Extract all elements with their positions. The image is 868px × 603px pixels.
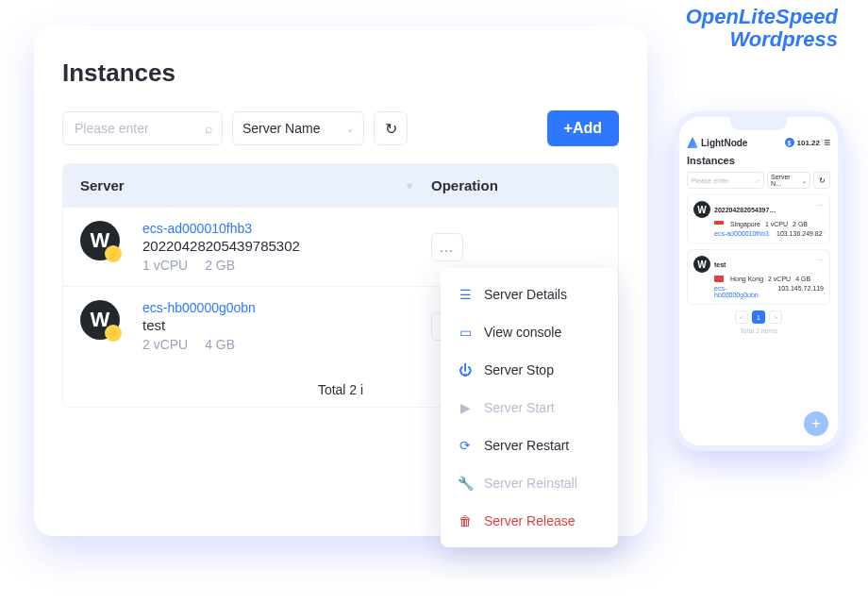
select-label: Server Name	[242, 121, 320, 136]
col-operation-label: Operation	[431, 177, 601, 193]
phone-region: Singapore	[730, 221, 760, 227]
server-name-select[interactable]: Server Name ⌄	[232, 111, 364, 145]
watermark-line1: OpenLiteSpeed	[686, 6, 838, 28]
hamburger-icon[interactable]: ≡	[824, 136, 830, 149]
chevron-right-icon: ›	[823, 290, 826, 298]
search-icon: ⌕	[756, 177, 760, 184]
phone-page-next[interactable]: >	[769, 310, 782, 324]
bolt-icon: ⚡	[105, 325, 122, 342]
operation-dropdown: ☰ Server Details ▭ View console ⏻ Server…	[441, 268, 618, 547]
phone-cpu: 2 vCPU	[768, 276, 791, 282]
phone-refresh-button[interactable]: ↻	[813, 172, 830, 189]
row-more-button[interactable]: …	[431, 233, 463, 261]
trash-icon: 🗑	[456, 511, 475, 530]
phone-page-title: Instances	[687, 155, 830, 166]
flag-icon	[714, 221, 724, 227]
refresh-button[interactable]: ↻	[374, 111, 408, 145]
filter-icon[interactable]: ▾	[407, 179, 412, 193]
console-icon: ▭	[456, 323, 475, 342]
phone-mem: 2 GB	[793, 221, 808, 227]
phone-cpu: 1 vCPU	[765, 221, 788, 227]
menu-view-console[interactable]: ▭ View console	[441, 313, 618, 351]
search-input-wrapper[interactable]: ⌕	[62, 111, 223, 145]
wordpress-icon: W	[693, 201, 710, 218]
play-icon: ▶	[456, 398, 475, 417]
search-icon: ⌕	[205, 121, 212, 136]
phone-instance-card[interactable]: W test ⋯ Hong Kong 2 vCPU 4 GB ecs-hb000…	[687, 249, 830, 305]
menu-server-details[interactable]: ☰ Server Details	[441, 276, 618, 313]
phone-ip: 103.136.249.82	[776, 230, 823, 237]
wordpress-icon: W⚡	[80, 221, 120, 260]
phone-server-link[interactable]: ecs-hb00000g0obn	[714, 285, 770, 298]
server-name: 20220428205439785302	[142, 238, 300, 254]
server-mem: 4 GB	[205, 337, 235, 352]
menu-server-release[interactable]: 🗑 Server Release	[441, 502, 618, 540]
phone-page-prev[interactable]: <	[735, 310, 748, 324]
wordpress-icon: W	[693, 256, 710, 273]
flag-icon	[714, 276, 724, 282]
server-spec: 1 vCPU 2 GB	[142, 258, 300, 273]
restart-icon: ⟳	[456, 436, 475, 455]
phone-card-name: test	[714, 261, 726, 268]
server-name: test	[142, 317, 256, 333]
power-icon: ⏻	[456, 360, 475, 379]
table-header: Server ▾ Operation	[63, 164, 618, 207]
phone-balance[interactable]: $ 101.22	[785, 138, 820, 147]
toolbar: ⌕ Server Name ⌄ ↻ +Add	[62, 110, 619, 146]
menu-server-stop[interactable]: ⏻ Server Stop	[441, 351, 618, 389]
phone-notch	[730, 117, 787, 130]
phone-select[interactable]: Server N… ⌄	[767, 172, 810, 189]
logo-mark-icon	[687, 137, 698, 148]
wrench-icon: 🔧	[456, 474, 475, 493]
phone-pagination: < 1 >	[687, 310, 830, 324]
chevron-down-icon: ⌄	[346, 124, 354, 134]
chevron-right-icon: ›	[823, 228, 826, 237]
chevron-down-icon: ⌄	[802, 177, 807, 184]
phone-logo: LightNode	[687, 137, 747, 148]
phone-search-input[interactable]: Please enter ⌕	[687, 172, 764, 189]
server-link[interactable]: ecs-ad000010fhb3	[142, 221, 300, 236]
server-spec: 2 vCPU 4 GB	[142, 337, 256, 352]
bolt-icon: ⚡	[105, 245, 122, 262]
phone-ip: 103.145.72.119	[777, 285, 824, 298]
wordpress-icon: W⚡	[80, 300, 120, 340]
coin-icon: $	[785, 138, 794, 147]
server-mem: 2 GB	[205, 258, 235, 273]
menu-server-reinstall: 🔧 Server Reinstall	[441, 464, 618, 502]
phone-card-more[interactable]: ⋯	[816, 201, 824, 209]
phone-instance-card[interactable]: W 202204282054397… ⋯ Singapore 1 vCPU 2 …	[687, 194, 830, 243]
phone-brand: LightNode	[701, 138, 747, 148]
details-icon: ☰	[456, 285, 475, 304]
server-link[interactable]: ecs-hb00000g0obn	[142, 300, 256, 315]
add-button[interactable]: +Add	[547, 110, 619, 146]
search-input[interactable]	[73, 120, 205, 137]
server-cpu: 1 vCPU	[142, 258, 188, 273]
watermark: OpenLiteSpeed Wordpress	[686, 6, 838, 51]
phone-header: LightNode $ 101.22 ≡	[687, 136, 830, 149]
phone-region: Hong Kong	[730, 276, 763, 282]
phone-card-name: 202204282054397…	[714, 207, 776, 213]
phone-card-more[interactable]: ⋯	[816, 256, 824, 264]
page-title: Instances	[62, 59, 619, 88]
col-server-label: Server	[80, 177, 125, 193]
menu-server-start: ▶ Server Start	[441, 389, 618, 427]
phone-total-label: Total 2 items	[687, 327, 830, 334]
watermark-line2: Wordpress	[686, 28, 838, 51]
phone-mem: 4 GB	[795, 276, 810, 282]
mobile-preview: LightNode $ 101.22 ≡ Instances Please en…	[674, 111, 843, 451]
phone-page-current[interactable]: 1	[752, 310, 765, 324]
refresh-icon: ↻	[385, 120, 397, 138]
phone-toolbar: Please enter ⌕ Server N… ⌄ ↻	[687, 172, 830, 189]
menu-server-restart[interactable]: ⟳ Server Restart	[441, 427, 618, 464]
phone-add-fab[interactable]: +	[804, 411, 828, 436]
server-cpu: 2 vCPU	[142, 337, 188, 352]
phone-server-link[interactable]: ecs-ad000010fhb3	[714, 230, 769, 237]
